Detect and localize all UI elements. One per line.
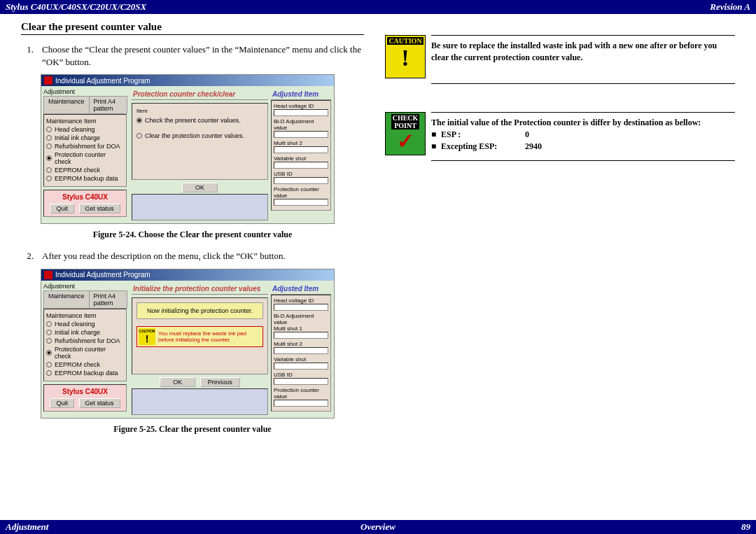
window-title: Individual Adjustment Program [55,271,150,279]
tab-pattern[interactable]: Print A4 pattern [89,96,127,113]
fig24-caption: Figure 5-24. Choose the Clear the presen… [21,230,364,240]
status-area [132,194,268,220]
fig25-caption: Figure 5-25. Clear the present counter v… [21,424,364,435]
section-title: Clear the present counter value [21,21,364,35]
check-intro: The initial value of the Protection coun… [431,117,735,129]
caution-inline-text: You must replace the waste ink pad befor… [158,330,261,343]
radio-initial-ink[interactable]: Initial ink charge [46,134,124,141]
radio-eeprom-backup[interactable]: EEPROM backup data [46,175,124,182]
footer-center: Overview [360,521,396,533]
header-bar: Stylus C40UX/C40SX/C20UX/C20SX Revision … [0,0,756,14]
step-num: 1. [21,43,42,69]
model-name: Stylus C40UX [47,388,123,395]
caution-callout: CAUTION ! Be sure to replace the install… [385,35,735,84]
radio-eeprom-backup[interactable]: EEPROM backup data [46,370,124,377]
radio-protection-counter[interactable]: Protection counter check [46,346,124,360]
init-message: Now initializing the protection counter. [136,302,263,319]
group-label: Maintenance Item [46,312,124,319]
ok-button[interactable]: OK [182,183,218,192]
model-panel: Stylus C40UX Quit Get status [43,190,127,217]
caution-icon: CAUTION ! [385,35,426,78]
tab-maintenance[interactable]: Maintenance [43,96,90,113]
checkpoint-callout: CHECKPOINT ✓ The initial value of the Pr… [385,112,735,161]
radio-eeprom-check[interactable]: EEPROM check [46,361,124,368]
quit-button[interactable]: Quit [50,398,74,408]
header-right: Revision A [710,1,750,13]
field-vs [274,162,328,169]
get-status-button[interactable]: Get status [79,204,120,213]
step-text: After you read the description on the me… [42,250,364,262]
header-left: Stylus C40UX/C40SX/C20UX/C20SX [6,1,146,13]
field-pc [274,199,328,206]
radio-clear-counter[interactable]: Clear the protection counter values. [136,132,263,139]
radio-check-counter[interactable]: Check the present counter values. [136,117,263,124]
model-panel: Stylus C40UX Quit Get status [43,384,127,412]
field-vs [274,363,328,370]
field-usb [274,378,328,385]
footer-right: 89 [741,521,750,533]
adj-label: Adjustment [43,283,127,290]
step-num: 2. [21,250,42,262]
radio-refurb-doa[interactable]: Refurbishment for DOA [46,337,124,344]
item-label: Item [136,108,263,114]
footer-bar: Adjustment Overview 89 [0,520,756,534]
checkmark-icon: ✓ [397,131,414,152]
step-1: 1. Choose the “Clear the present counter… [21,43,364,69]
checkpoint-icon: CHECKPOINT ✓ [385,112,426,155]
tab-maintenance[interactable]: Maintenance [43,290,90,308]
field-ms2 [274,347,328,354]
window-titlebar: Individual Adjustment Program [41,75,334,86]
screenshot-fig24: Individual Adjustment Program Adjustment… [41,74,335,224]
app-icon [44,76,52,85]
window-title: Individual Adjustment Program [55,77,150,85]
quit-button[interactable]: Quit [50,204,74,213]
field-usb [274,177,328,184]
group-label: Maintenance Item [46,118,124,125]
adj-label: Adjustment [43,88,127,95]
radio-refurb-doa[interactable]: Refurbishment for DOA [46,143,124,150]
adjusted-item-title: Adjusted Item [271,89,331,100]
ok-button[interactable]: OK [160,377,195,387]
screenshot-fig25: Individual Adjustment Program Adjustment… [41,269,335,419]
tab-pattern[interactable]: Print A4 pattern [89,290,127,308]
radio-protection-counter[interactable]: Protection counter check [46,151,124,165]
caution-mini-icon: CAUTION! [139,328,155,345]
inline-caution: CAUTION! You must replace the waste ink … [136,326,263,347]
app-icon [44,271,52,279]
step-2: 2. After you read the description on the… [21,250,364,262]
radio-head-cleaning[interactable]: Head cleaning [46,126,124,133]
window-titlebar: Individual Adjustment Program [41,269,334,281]
caution-text: Be sure to replace the installed waste i… [431,35,735,84]
step-text: Choose the “Clear the present counter va… [42,43,364,69]
field-pc [274,400,328,407]
caution-label: CAUTION [387,37,423,45]
get-status-button[interactable]: Get status [79,398,120,408]
checkpoint-text: The initial value of the Protection coun… [431,112,735,161]
field-ms1 [274,332,328,339]
status-area [132,388,268,415]
field-head-voltage [274,109,328,116]
radio-eeprom-check[interactable]: EEPROM check [46,167,124,174]
field-head-voltage [274,304,328,311]
footer-left: Adjustment [6,521,48,533]
field-bid [274,131,328,138]
exclamation-icon: ! [401,46,409,70]
adjusted-item-title: Adjusted Item [271,283,331,295]
field-ms2 [274,146,328,153]
center-title: Protection counter check/clear [132,89,268,100]
radio-head-cleaning[interactable]: Head cleaning [46,321,124,328]
previous-button[interactable]: Previous [200,377,240,387]
model-name: Stylus C40UX [47,193,123,201]
center-title: Initialize the protection counter values [132,283,268,295]
check-label: CHECKPOINT [391,114,420,129]
radio-initial-ink[interactable]: Initial ink charge [46,329,124,336]
